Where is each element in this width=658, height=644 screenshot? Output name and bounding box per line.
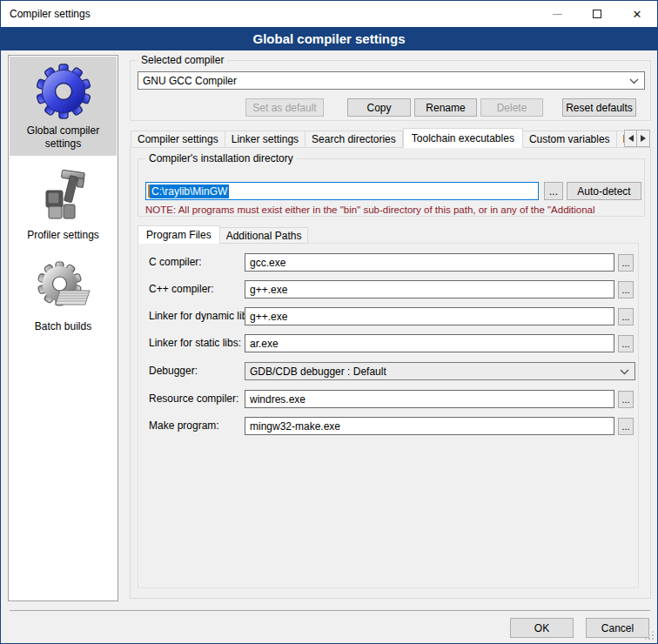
close-icon: ✕ bbox=[633, 9, 642, 20]
dynamic-linker-browse-button[interactable]: ... bbox=[618, 308, 634, 325]
c-compiler-input[interactable]: gcc.exe bbox=[245, 253, 614, 272]
installation-directory-group: Compiler's installation directory C:\ray… bbox=[138, 158, 645, 217]
static-linker-input[interactable]: ar.exe bbox=[245, 334, 614, 352]
c-compiler-browse-button[interactable]: ... bbox=[618, 254, 634, 272]
c-compiler-row: C compiler: gcc.exe ... bbox=[138, 253, 640, 272]
gear-stack-icon bbox=[36, 259, 91, 315]
footer-divider bbox=[10, 610, 650, 611]
resource-compiler-label: Resource compiler: bbox=[149, 392, 238, 405]
cpp-compiler-input[interactable]: g++.exe bbox=[245, 280, 614, 299]
tab-scroll-right-button[interactable] bbox=[637, 130, 650, 147]
installation-directory-legend: Compiler's installation directory bbox=[145, 152, 297, 164]
program-files-panel: C compiler: gcc.exe ... C++ compiler: g+… bbox=[138, 243, 639, 588]
sidebar-item-batch-builds[interactable]: Batch builds bbox=[10, 252, 117, 339]
installation-directory-input[interactable]: C:\raylib\MinGW bbox=[145, 182, 539, 200]
settings-tab-bar: Compiler settings Linker settings Search… bbox=[131, 128, 651, 148]
compiler-settings-dialog: Compiler settings ✕ Global compiler sett… bbox=[0, 0, 658, 644]
ok-button[interactable]: OK bbox=[510, 618, 574, 638]
tab-linker-settings[interactable]: Linker settings bbox=[225, 131, 306, 148]
minimize-button[interactable] bbox=[537, 1, 577, 27]
resource-compiler-browse-button[interactable]: ... bbox=[618, 391, 634, 408]
debugger-select[interactable]: GDB/CDB debugger : Default bbox=[245, 362, 635, 380]
make-program-value: mingw32-make.exe bbox=[250, 420, 340, 433]
set-as-default-button[interactable]: Set as default bbox=[245, 98, 324, 117]
cpp-compiler-label: C++ compiler: bbox=[149, 283, 214, 295]
cpp-compiler-row: C++ compiler: g++.exe ... bbox=[138, 280, 640, 299]
tab-custom-variables[interactable]: Custom variables bbox=[523, 131, 617, 148]
compiler-select-value: GNU GCC Compiler bbox=[143, 75, 237, 87]
maximize-icon bbox=[593, 10, 601, 18]
selected-compiler-group: Selected compiler GNU GCC Compiler Set a… bbox=[130, 60, 651, 121]
window-title: Compiler settings bbox=[1, 8, 91, 20]
resource-compiler-row: Resource compiler: windres.exe ... bbox=[138, 390, 640, 409]
cpp-compiler-value: g++.exe bbox=[250, 284, 287, 296]
resize-grip[interactable] bbox=[644, 630, 655, 641]
tab-scroll-arrows bbox=[624, 130, 650, 147]
bin-subdirectory-note: NOTE: All programs must exist either in … bbox=[145, 205, 641, 215]
selected-compiler-legend: Selected compiler bbox=[138, 54, 227, 66]
copy-button[interactable]: Copy bbox=[347, 98, 411, 117]
debugger-value: GDB/CDB debugger : Default bbox=[250, 366, 386, 378]
resource-compiler-value: windres.exe bbox=[250, 393, 306, 406]
dynamic-linker-input[interactable]: g++.exe bbox=[245, 307, 614, 325]
page-title: Global compiler settings bbox=[1, 27, 657, 50]
settings-category-list: Global compiler settings bbox=[8, 55, 118, 601]
caption-buttons: ✕ bbox=[537, 1, 657, 27]
tab-toolchain-executables[interactable]: Toolchain executables bbox=[403, 128, 523, 148]
gear-blue-icon bbox=[36, 64, 91, 119]
sidebar-item-label: Profiler settings bbox=[11, 229, 115, 242]
c-compiler-label: C compiler: bbox=[149, 256, 202, 268]
reset-defaults-button[interactable]: Reset defaults bbox=[562, 98, 636, 117]
tab-additional-paths[interactable]: Additional Paths bbox=[220, 227, 309, 244]
static-linker-label: Linker for static libs: bbox=[149, 337, 241, 349]
sidebar-item-profiler-settings[interactable]: Profiler settings bbox=[10, 161, 117, 247]
static-linker-value: ar.exe bbox=[250, 338, 279, 350]
debugger-row: Debugger: GDB/CDB debugger : Default bbox=[138, 362, 640, 381]
maximize-button[interactable] bbox=[577, 1, 617, 27]
static-linker-browse-button[interactable]: ... bbox=[618, 335, 634, 352]
close-button[interactable]: ✕ bbox=[617, 1, 657, 27]
tab-compiler-settings[interactable]: Compiler settings bbox=[131, 131, 225, 148]
tab-search-directories[interactable]: Search directories bbox=[306, 131, 403, 148]
arrow-left-icon bbox=[628, 135, 634, 142]
c-compiler-value: gcc.exe bbox=[250, 257, 285, 269]
arrow-right-icon bbox=[641, 135, 646, 142]
cancel-button[interactable]: Cancel bbox=[586, 618, 649, 638]
installation-directory-value: C:\raylib\MinGW bbox=[150, 184, 229, 198]
toolchain-executables-panel: Compiler's installation directory C:\ray… bbox=[130, 147, 651, 599]
make-program-row: Make program: mingw32-make.exe ... bbox=[138, 417, 640, 436]
dynamic-linker-row: Linker for dynamic libs: g++.exe ... bbox=[138, 307, 640, 326]
caliper-icon bbox=[36, 168, 91, 224]
compiler-select[interactable]: GNU GCC Compiler bbox=[138, 71, 645, 90]
minimize-icon bbox=[553, 14, 562, 15]
sidebar-item-label: Batch builds bbox=[11, 320, 115, 333]
auto-detect-button[interactable]: Auto-detect bbox=[567, 182, 641, 200]
sidebar-item-global-compiler-settings[interactable]: Global compiler settings bbox=[10, 57, 117, 156]
debugger-label: Debugger: bbox=[149, 365, 198, 377]
make-program-browse-button[interactable]: ... bbox=[618, 418, 634, 435]
cpp-compiler-browse-button[interactable]: ... bbox=[618, 281, 634, 299]
chevron-down-icon bbox=[629, 78, 639, 84]
sidebar-item-label: Global compiler settings bbox=[11, 124, 115, 151]
make-program-label: Make program: bbox=[149, 419, 219, 432]
browse-directory-button[interactable]: ... bbox=[544, 182, 563, 200]
tab-scroll-left-button[interactable] bbox=[624, 130, 637, 147]
dynamic-linker-label: Linker for dynamic libs: bbox=[149, 310, 256, 322]
delete-button[interactable]: Delete bbox=[480, 98, 543, 117]
make-program-input[interactable]: mingw32-make.exe bbox=[245, 417, 614, 435]
rename-button[interactable]: Rename bbox=[414, 98, 477, 117]
program-files-tab-bar: Program Files Additional Paths bbox=[138, 225, 308, 244]
dynamic-linker-value: g++.exe bbox=[250, 311, 287, 323]
resource-compiler-input[interactable]: windres.exe bbox=[245, 390, 614, 408]
static-linker-row: Linker for static libs: ar.exe ... bbox=[138, 334, 640, 353]
tab-program-files[interactable]: Program Files bbox=[138, 225, 220, 244]
chevron-down-icon bbox=[620, 369, 629, 375]
